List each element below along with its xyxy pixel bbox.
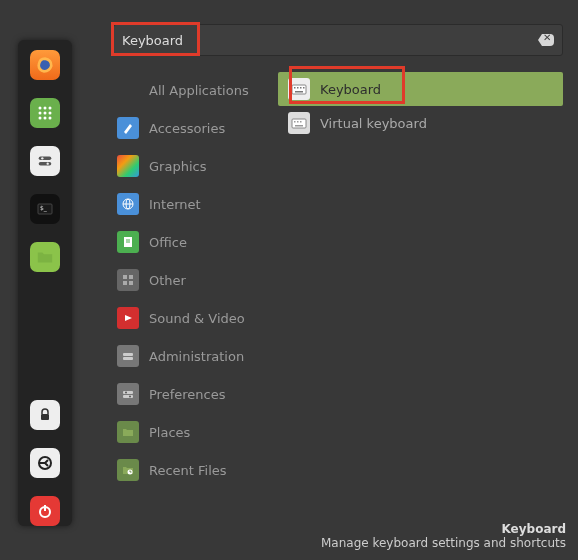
- category-office[interactable]: Office: [113, 224, 278, 260]
- svg-rect-31: [123, 357, 133, 360]
- svg-rect-27: [129, 275, 133, 279]
- result-keyboard[interactable]: Keyboard: [278, 72, 563, 106]
- keyboard-icon: [288, 78, 310, 100]
- category-label: Office: [149, 235, 187, 250]
- application-menu: Keyboard All Applications Accessories Gr…: [113, 24, 563, 488]
- svg-point-12: [41, 157, 43, 159]
- category-label: Accessories: [149, 121, 225, 136]
- category-label: Preferences: [149, 387, 225, 402]
- svg-rect-47: [295, 125, 303, 127]
- result-virtual-keyboard[interactable]: Virtual keyboard: [278, 106, 563, 140]
- svg-rect-45: [297, 121, 299, 123]
- category-list: All Applications Accessories Graphics In…: [113, 72, 278, 488]
- category-all[interactable]: All Applications: [113, 72, 278, 108]
- result-label: Keyboard: [320, 82, 381, 97]
- svg-point-3: [49, 107, 52, 110]
- svg-point-1: [39, 107, 42, 110]
- recent-icon: [117, 459, 139, 481]
- svg-rect-30: [123, 353, 133, 356]
- result-label: Virtual keyboard: [320, 116, 427, 131]
- office-icon: [117, 231, 139, 253]
- svg-rect-28: [123, 281, 127, 285]
- svg-rect-38: [294, 87, 296, 89]
- svg-rect-37: [292, 85, 306, 94]
- svg-point-2: [44, 107, 47, 110]
- svg-rect-11: [39, 162, 52, 166]
- virtual-keyboard-icon: [288, 112, 310, 134]
- svg-rect-46: [300, 121, 302, 123]
- category-label: Graphics: [149, 159, 206, 174]
- svg-point-8: [44, 117, 47, 120]
- tooltip-title: Keyboard: [321, 522, 566, 536]
- favorites-panel: $_: [18, 40, 72, 526]
- apps-icon[interactable]: [30, 98, 60, 128]
- svg-rect-26: [123, 275, 127, 279]
- category-preferences[interactable]: Preferences: [113, 376, 278, 412]
- svg-text:$_: $_: [40, 204, 48, 212]
- category-graphics[interactable]: Graphics: [113, 148, 278, 184]
- category-admin[interactable]: Administration: [113, 338, 278, 374]
- settings-icon[interactable]: [30, 146, 60, 176]
- search-input[interactable]: Keyboard: [113, 24, 563, 56]
- category-label: Administration: [149, 349, 244, 364]
- category-label: Other: [149, 273, 186, 288]
- svg-rect-43: [292, 119, 306, 128]
- other-icon: [117, 269, 139, 291]
- svg-point-6: [49, 112, 52, 115]
- sound-icon: [117, 307, 139, 329]
- svg-rect-44: [294, 121, 296, 123]
- files-icon[interactable]: [30, 242, 60, 272]
- svg-rect-42: [295, 91, 303, 93]
- svg-rect-41: [303, 87, 305, 89]
- logout-icon[interactable]: [30, 448, 60, 478]
- internet-icon: [117, 193, 139, 215]
- lock-icon[interactable]: [30, 400, 60, 430]
- search-value: Keyboard: [122, 33, 538, 48]
- svg-rect-29: [129, 281, 133, 285]
- svg-point-7: [39, 117, 42, 120]
- svg-rect-10: [39, 157, 52, 161]
- terminal-icon[interactable]: $_: [30, 194, 60, 224]
- category-label: Places: [149, 425, 190, 440]
- svg-point-5: [44, 112, 47, 115]
- svg-rect-39: [297, 87, 299, 89]
- category-accessories[interactable]: Accessories: [113, 110, 278, 146]
- category-label: Recent Files: [149, 463, 227, 478]
- tooltip-footer: Keyboard Manage keyboard settings and sh…: [321, 522, 566, 550]
- svg-point-34: [125, 392, 127, 394]
- clear-search-icon[interactable]: [538, 34, 554, 46]
- power-icon[interactable]: [30, 496, 60, 526]
- svg-rect-16: [41, 414, 49, 420]
- category-label: Internet: [149, 197, 201, 212]
- tooltip-desc: Manage keyboard settings and shortcuts: [321, 536, 566, 550]
- category-places[interactable]: Places: [113, 414, 278, 450]
- preferences-icon: [117, 383, 139, 405]
- category-recent[interactable]: Recent Files: [113, 452, 278, 488]
- svg-rect-32: [123, 391, 133, 394]
- category-other[interactable]: Other: [113, 262, 278, 298]
- category-label: Sound & Video: [149, 311, 245, 326]
- admin-icon: [117, 345, 139, 367]
- accessories-icon: [117, 117, 139, 139]
- category-label: All Applications: [149, 83, 249, 98]
- blank-icon: [117, 79, 139, 101]
- svg-point-13: [47, 163, 49, 165]
- svg-point-9: [49, 117, 52, 120]
- places-icon: [117, 421, 139, 443]
- category-sound[interactable]: Sound & Video: [113, 300, 278, 336]
- svg-rect-33: [123, 395, 133, 398]
- category-internet[interactable]: Internet: [113, 186, 278, 222]
- svg-point-4: [39, 112, 42, 115]
- svg-rect-40: [300, 87, 302, 89]
- results-list: Keyboard Virtual keyboard: [278, 72, 563, 488]
- firefox-icon[interactable]: [30, 50, 60, 80]
- graphics-icon: [117, 155, 139, 177]
- svg-point-35: [129, 396, 131, 398]
